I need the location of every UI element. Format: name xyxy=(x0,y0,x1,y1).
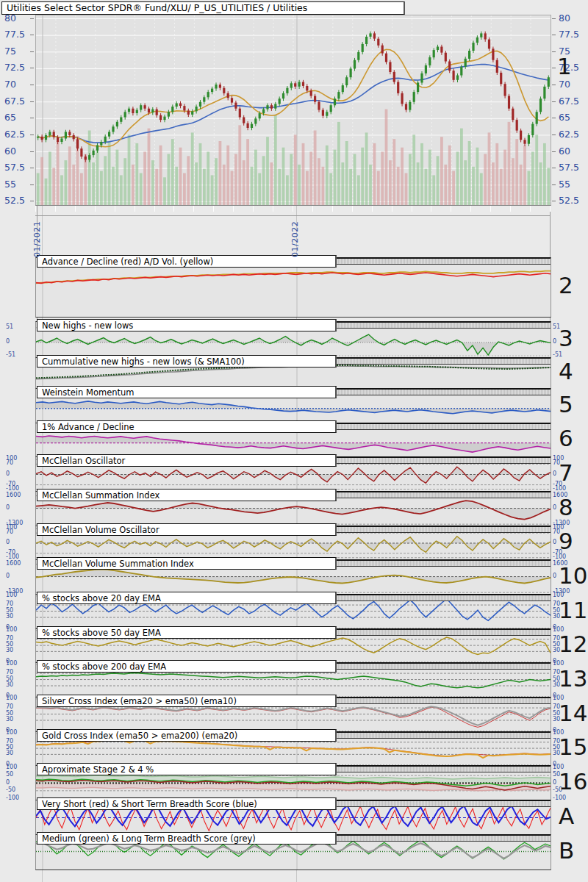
panel-header-strip xyxy=(334,423,551,430)
y-axis-tick xyxy=(552,118,556,118)
y-axis-label-right: 0 xyxy=(553,780,556,786)
y-axis-label-left: 1600 xyxy=(6,561,21,567)
x-axis-month-tick xyxy=(451,205,451,212)
panel-number-label: 9 xyxy=(559,530,573,553)
y-axis-label-left: 0 xyxy=(6,539,10,545)
panel-header-strip xyxy=(334,594,551,601)
x-axis-month-tick xyxy=(273,205,273,212)
panel-pct20: % stocks above 20 day EMA xyxy=(0,594,588,630)
y-axis-label-left: 30 xyxy=(6,682,13,688)
panel-mcc-vol-sum: McClellan Volume Summation Index xyxy=(0,559,588,595)
panel-number-label: 14 xyxy=(559,702,587,725)
y-axis-label-left: 0 xyxy=(6,339,10,345)
x-axis-month-tick xyxy=(154,205,155,212)
y-axis-tick xyxy=(30,151,34,152)
panel-header-strip xyxy=(334,456,551,464)
panel-number-label: 11 xyxy=(559,599,587,622)
y-axis-label-right: -100 xyxy=(553,554,566,560)
x-axis-month-tick xyxy=(193,205,194,212)
y-axis-label-left: 50 xyxy=(6,772,13,778)
y-axis-label-left: 100 xyxy=(6,592,17,598)
y-axis-label-left: 52.5 xyxy=(4,196,25,205)
y-axis-tick xyxy=(30,184,34,185)
panel-number-label: 3 xyxy=(559,327,573,350)
x-axis-month-tick xyxy=(412,205,412,212)
y-axis-label-right: 62.5 xyxy=(559,130,579,139)
y-axis-tick xyxy=(30,101,34,102)
y-axis-tick xyxy=(30,68,34,68)
panel-header-strip xyxy=(334,834,551,842)
panel-gold-cross: Gold Cross Index (ema50 > ema200) (ema20… xyxy=(0,731,588,767)
y-axis-label-left: -100 xyxy=(6,554,19,560)
y-axis-label-left: 30 xyxy=(6,614,13,620)
y-axis-label-left: 70 xyxy=(6,529,13,535)
ad-line xyxy=(36,273,551,283)
y-axis-label-left: 77.5 xyxy=(4,30,25,39)
panel-title: Silver Cross Index (ema20 > ema50) (ema1… xyxy=(37,695,337,707)
x-axis-month-tick xyxy=(312,205,313,212)
panel-price xyxy=(0,15,588,206)
panel-mcc-osc: McClellan Oscillator xyxy=(0,456,588,492)
y-axis-label-left: 100 xyxy=(6,764,17,770)
panel-title: Weinstein Momentum xyxy=(37,386,337,398)
panel-number-label: 7 xyxy=(559,462,573,484)
y-axis-label-left: 57.5 xyxy=(4,163,25,172)
y-axis-label-right: 80 xyxy=(559,14,570,23)
plot-area-price[interactable] xyxy=(35,15,551,206)
y-axis-tick xyxy=(30,85,34,85)
panel-pct50: % stocks above 50 day EMA xyxy=(0,628,588,664)
y-axis-label-right: 0 xyxy=(553,539,556,545)
y-axis-tick xyxy=(552,151,556,152)
panel-number-label: 13 xyxy=(559,667,587,690)
y-axis-label-right: 0 xyxy=(553,505,556,511)
y-axis-label-left: 60 xyxy=(4,147,16,156)
x-axis-month-tick xyxy=(55,205,56,212)
x-axis-month-tick xyxy=(135,205,135,212)
y-axis-label-left: 65 xyxy=(4,113,16,122)
y-axis-tick xyxy=(552,51,556,52)
y-axis-tick xyxy=(30,168,34,168)
x-axis-month-tick xyxy=(115,205,115,212)
panel-title: Cummulative new highs - new lows (& SMA1… xyxy=(37,355,337,368)
panel-header-strip xyxy=(334,491,551,498)
y-axis-label-left: 0 xyxy=(6,505,10,511)
x-axis-date-label: 01/2022 xyxy=(290,204,300,257)
panel-number-label: 8 xyxy=(559,496,573,519)
x-axis-month-tick xyxy=(530,205,531,212)
x-axis-month-tick xyxy=(253,205,254,212)
x-axis-month-tick xyxy=(392,205,392,212)
y-axis-label-left: 62.5 xyxy=(4,130,25,139)
y-axis-label-left: 55 xyxy=(4,180,16,189)
y-axis-label-right: 55 xyxy=(559,180,570,189)
panel-mcc-vol-osc: McClellan Volume Oscillator xyxy=(0,526,588,561)
x-axis-month-tick xyxy=(490,205,491,212)
panel-breadth-long: Medium (green) & Long Term Breadth Score… xyxy=(0,834,588,870)
panel-header-strip xyxy=(334,321,551,329)
x-axis-month-tick xyxy=(75,205,76,212)
y-axis-label-left: 100 xyxy=(6,730,17,736)
y-axis-label-left: 30 xyxy=(6,648,13,653)
x-axis-month-tick xyxy=(431,205,431,212)
panel-adv-decl: Advance / Decline (red) A/D Vol. (yellow… xyxy=(0,257,588,318)
y-axis-tick xyxy=(30,35,34,35)
y-axis-label-left: 70 xyxy=(6,460,13,466)
panel-title: % stocks above 50 day EMA xyxy=(37,626,337,639)
y-axis-tick xyxy=(552,68,556,68)
panel-one-pct-ad: 1% Advance / Decline xyxy=(0,423,588,458)
y-axis-label-left: -51 xyxy=(6,352,15,358)
y-axis-label-right: 65 xyxy=(559,113,570,122)
panel-title: McClellan Volume Summation Index xyxy=(37,557,337,570)
x-axis-month-tick xyxy=(510,205,511,212)
panel-nh-nl: New highs - new lows xyxy=(0,321,588,359)
y-axis-tick xyxy=(30,118,34,118)
y-axis-label-left: 0 xyxy=(6,780,10,786)
y-axis-label-left: 0 xyxy=(6,471,10,477)
y-axis-tick xyxy=(552,101,556,102)
y-axis-tick xyxy=(552,135,556,135)
y-axis-tick xyxy=(30,135,34,135)
panel-title: McClellan Oscillator xyxy=(37,454,337,467)
panel-number-label: 6 xyxy=(559,427,573,450)
y-axis-tick xyxy=(552,168,556,168)
y-axis-label-left: 100 xyxy=(6,695,17,701)
panel-number-label: 5 xyxy=(559,393,573,416)
